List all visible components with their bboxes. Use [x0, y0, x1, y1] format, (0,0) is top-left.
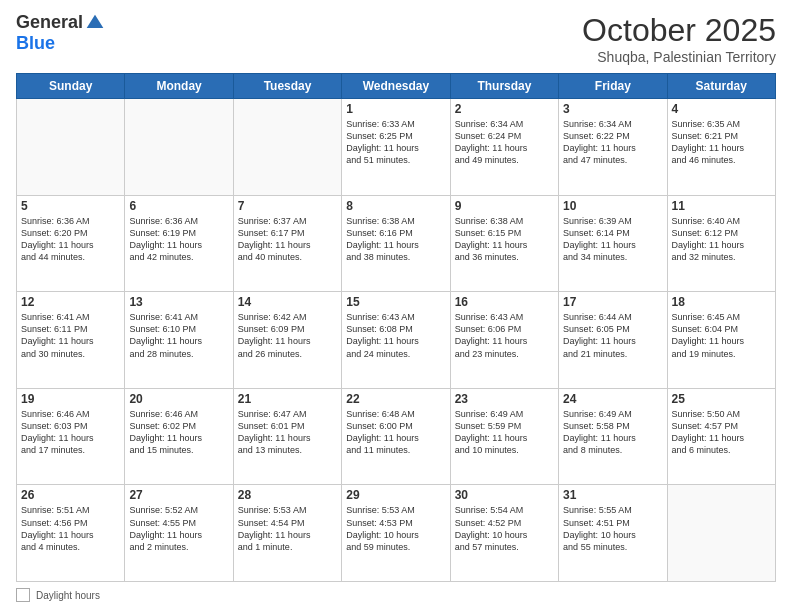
day-number: 8: [346, 199, 445, 213]
logo: General Blue: [16, 12, 105, 54]
day-number: 30: [455, 488, 554, 502]
calendar-cell: 26Sunrise: 5:51 AM Sunset: 4:56 PM Dayli…: [17, 485, 125, 582]
title-section: October 2025 Shuqba, Palestinian Territo…: [582, 12, 776, 65]
day-info: Sunrise: 6:44 AM Sunset: 6:05 PM Dayligh…: [563, 311, 662, 360]
day-number: 3: [563, 102, 662, 116]
day-info: Sunrise: 6:36 AM Sunset: 6:20 PM Dayligh…: [21, 215, 120, 264]
calendar-cell: 28Sunrise: 5:53 AM Sunset: 4:54 PM Dayli…: [233, 485, 341, 582]
day-number: 28: [238, 488, 337, 502]
calendar-cell: 14Sunrise: 6:42 AM Sunset: 6:09 PM Dayli…: [233, 292, 341, 389]
calendar-table: SundayMondayTuesdayWednesdayThursdayFrid…: [16, 73, 776, 582]
day-info: Sunrise: 6:46 AM Sunset: 6:02 PM Dayligh…: [129, 408, 228, 457]
weekday-header-monday: Monday: [125, 74, 233, 99]
weekday-header-friday: Friday: [559, 74, 667, 99]
day-info: Sunrise: 5:55 AM Sunset: 4:51 PM Dayligh…: [563, 504, 662, 553]
day-number: 12: [21, 295, 120, 309]
calendar-cell: 13Sunrise: 6:41 AM Sunset: 6:10 PM Dayli…: [125, 292, 233, 389]
weekday-header-wednesday: Wednesday: [342, 74, 450, 99]
calendar-cell: 11Sunrise: 6:40 AM Sunset: 6:12 PM Dayli…: [667, 195, 775, 292]
day-number: 4: [672, 102, 771, 116]
day-info: Sunrise: 6:36 AM Sunset: 6:19 PM Dayligh…: [129, 215, 228, 264]
calendar-cell: 15Sunrise: 6:43 AM Sunset: 6:08 PM Dayli…: [342, 292, 450, 389]
calendar-cell: 10Sunrise: 6:39 AM Sunset: 6:14 PM Dayli…: [559, 195, 667, 292]
calendar-cell: 25Sunrise: 5:50 AM Sunset: 4:57 PM Dayli…: [667, 388, 775, 485]
calendar-cell: 18Sunrise: 6:45 AM Sunset: 6:04 PM Dayli…: [667, 292, 775, 389]
day-info: Sunrise: 5:52 AM Sunset: 4:55 PM Dayligh…: [129, 504, 228, 553]
calendar-cell: 1Sunrise: 6:33 AM Sunset: 6:25 PM Daylig…: [342, 99, 450, 196]
calendar-cell: [125, 99, 233, 196]
day-number: 21: [238, 392, 337, 406]
calendar-cell: [233, 99, 341, 196]
calendar-cell: 9Sunrise: 6:38 AM Sunset: 6:15 PM Daylig…: [450, 195, 558, 292]
day-info: Sunrise: 6:46 AM Sunset: 6:03 PM Dayligh…: [21, 408, 120, 457]
day-number: 16: [455, 295, 554, 309]
day-info: Sunrise: 5:53 AM Sunset: 4:53 PM Dayligh…: [346, 504, 445, 553]
day-number: 13: [129, 295, 228, 309]
logo-general-text: General: [16, 12, 83, 33]
calendar-cell: 12Sunrise: 6:41 AM Sunset: 6:11 PM Dayli…: [17, 292, 125, 389]
day-number: 18: [672, 295, 771, 309]
header: General Blue October 2025 Shuqba, Palest…: [16, 12, 776, 65]
day-info: Sunrise: 6:41 AM Sunset: 6:11 PM Dayligh…: [21, 311, 120, 360]
day-info: Sunrise: 6:41 AM Sunset: 6:10 PM Dayligh…: [129, 311, 228, 360]
calendar-week-row: 26Sunrise: 5:51 AM Sunset: 4:56 PM Dayli…: [17, 485, 776, 582]
day-number: 1: [346, 102, 445, 116]
day-info: Sunrise: 6:47 AM Sunset: 6:01 PM Dayligh…: [238, 408, 337, 457]
month-title: October 2025: [582, 12, 776, 49]
day-info: Sunrise: 6:35 AM Sunset: 6:21 PM Dayligh…: [672, 118, 771, 167]
day-info: Sunrise: 6:38 AM Sunset: 6:16 PM Dayligh…: [346, 215, 445, 264]
svg-marker-0: [87, 14, 104, 27]
weekday-header-tuesday: Tuesday: [233, 74, 341, 99]
calendar-cell: 27Sunrise: 5:52 AM Sunset: 4:55 PM Dayli…: [125, 485, 233, 582]
day-info: Sunrise: 6:45 AM Sunset: 6:04 PM Dayligh…: [672, 311, 771, 360]
logo-icon: [85, 13, 105, 33]
calendar-week-row: 12Sunrise: 6:41 AM Sunset: 6:11 PM Dayli…: [17, 292, 776, 389]
day-info: Sunrise: 6:34 AM Sunset: 6:22 PM Dayligh…: [563, 118, 662, 167]
day-number: 26: [21, 488, 120, 502]
day-info: Sunrise: 6:42 AM Sunset: 6:09 PM Dayligh…: [238, 311, 337, 360]
calendar-cell: 2Sunrise: 6:34 AM Sunset: 6:24 PM Daylig…: [450, 99, 558, 196]
day-info: Sunrise: 6:37 AM Sunset: 6:17 PM Dayligh…: [238, 215, 337, 264]
weekday-header-sunday: Sunday: [17, 74, 125, 99]
day-info: Sunrise: 6:43 AM Sunset: 6:06 PM Dayligh…: [455, 311, 554, 360]
calendar-cell: 30Sunrise: 5:54 AM Sunset: 4:52 PM Dayli…: [450, 485, 558, 582]
day-info: Sunrise: 6:49 AM Sunset: 5:59 PM Dayligh…: [455, 408, 554, 457]
day-number: 15: [346, 295, 445, 309]
day-number: 31: [563, 488, 662, 502]
day-info: Sunrise: 6:48 AM Sunset: 6:00 PM Dayligh…: [346, 408, 445, 457]
weekday-header-saturday: Saturday: [667, 74, 775, 99]
calendar-cell: 4Sunrise: 6:35 AM Sunset: 6:21 PM Daylig…: [667, 99, 775, 196]
calendar-cell: 6Sunrise: 6:36 AM Sunset: 6:19 PM Daylig…: [125, 195, 233, 292]
day-number: 27: [129, 488, 228, 502]
day-number: 20: [129, 392, 228, 406]
day-number: 29: [346, 488, 445, 502]
calendar-cell: 23Sunrise: 6:49 AM Sunset: 5:59 PM Dayli…: [450, 388, 558, 485]
day-number: 2: [455, 102, 554, 116]
daylight-label: Daylight hours: [36, 590, 100, 601]
day-number: 14: [238, 295, 337, 309]
day-info: Sunrise: 5:53 AM Sunset: 4:54 PM Dayligh…: [238, 504, 337, 553]
day-number: 25: [672, 392, 771, 406]
logo-blue-text: Blue: [16, 33, 55, 54]
day-number: 17: [563, 295, 662, 309]
day-number: 19: [21, 392, 120, 406]
calendar-cell: 31Sunrise: 5:55 AM Sunset: 4:51 PM Dayli…: [559, 485, 667, 582]
calendar-cell: 3Sunrise: 6:34 AM Sunset: 6:22 PM Daylig…: [559, 99, 667, 196]
calendar-cell: [17, 99, 125, 196]
day-info: Sunrise: 6:43 AM Sunset: 6:08 PM Dayligh…: [346, 311, 445, 360]
calendar-cell: 7Sunrise: 6:37 AM Sunset: 6:17 PM Daylig…: [233, 195, 341, 292]
calendar-cell: 20Sunrise: 6:46 AM Sunset: 6:02 PM Dayli…: [125, 388, 233, 485]
day-info: Sunrise: 6:40 AM Sunset: 6:12 PM Dayligh…: [672, 215, 771, 264]
calendar-cell: 8Sunrise: 6:38 AM Sunset: 6:16 PM Daylig…: [342, 195, 450, 292]
daylight-box-icon: [16, 588, 30, 602]
calendar-cell: 16Sunrise: 6:43 AM Sunset: 6:06 PM Dayli…: [450, 292, 558, 389]
weekday-header-thursday: Thursday: [450, 74, 558, 99]
day-number: 6: [129, 199, 228, 213]
calendar-week-row: 1Sunrise: 6:33 AM Sunset: 6:25 PM Daylig…: [17, 99, 776, 196]
day-info: Sunrise: 5:54 AM Sunset: 4:52 PM Dayligh…: [455, 504, 554, 553]
day-number: 7: [238, 199, 337, 213]
day-info: Sunrise: 6:39 AM Sunset: 6:14 PM Dayligh…: [563, 215, 662, 264]
calendar-cell: 19Sunrise: 6:46 AM Sunset: 6:03 PM Dayli…: [17, 388, 125, 485]
calendar-week-row: 5Sunrise: 6:36 AM Sunset: 6:20 PM Daylig…: [17, 195, 776, 292]
day-info: Sunrise: 6:49 AM Sunset: 5:58 PM Dayligh…: [563, 408, 662, 457]
